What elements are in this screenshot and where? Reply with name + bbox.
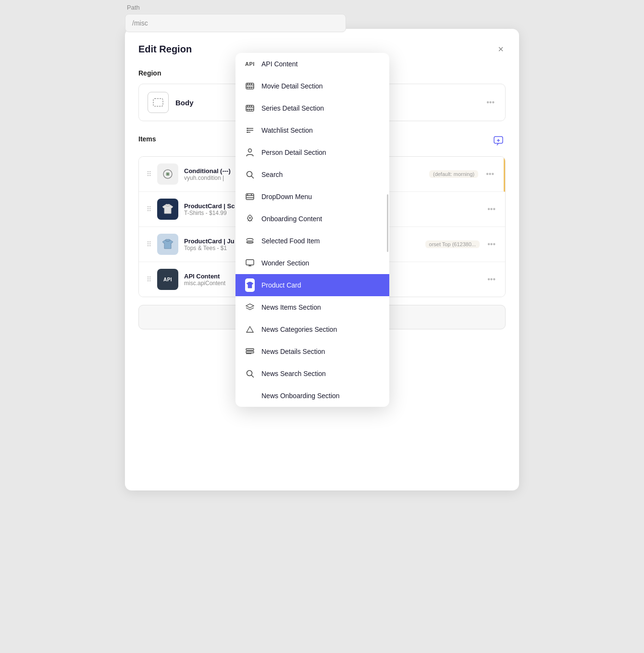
triangle-icon <box>245 325 255 334</box>
region-icon-box <box>148 92 169 113</box>
film2-icon <box>245 103 255 113</box>
svg-rect-25 <box>251 109 252 111</box>
svg-rect-23 <box>248 109 248 111</box>
svg-rect-14 <box>248 87 248 88</box>
dropdown-item-person-detail[interactable]: Person Detail Section <box>235 141 389 163</box>
rows-icon <box>245 347 255 356</box>
dropdown-item-onboarding[interactable]: Onboarding Content <box>235 208 389 230</box>
item-more-button[interactable]: ••• <box>485 204 497 214</box>
svg-rect-18 <box>246 107 254 108</box>
svg-point-30 <box>247 130 248 131</box>
svg-rect-15 <box>249 87 250 88</box>
dropdown-item-movie-detail[interactable]: Movie Detail Section <box>235 75 389 97</box>
svg-rect-16 <box>251 87 252 88</box>
svg-rect-39 <box>251 194 252 195</box>
svg-point-40 <box>249 217 251 219</box>
drag-handle[interactable]: ⠿ <box>147 240 151 248</box>
item-more-button[interactable]: ••• <box>485 274 497 285</box>
svg-rect-22 <box>251 105 252 107</box>
panel-title: Edit Region <box>138 44 192 55</box>
item-badge: orset Top (612380... <box>425 240 480 248</box>
dropdown-item-series-detail[interactable]: Series Detail Section <box>235 97 389 119</box>
close-button[interactable]: × <box>496 42 506 56</box>
svg-rect-35 <box>246 194 254 200</box>
drag-handle[interactable]: ⠿ <box>147 170 151 178</box>
dropdown-label: Watchlist Section <box>261 126 313 134</box>
svg-rect-12 <box>249 83 250 85</box>
dropdown-item-news-search[interactable]: News Search Section <box>235 363 389 385</box>
svg-rect-24 <box>249 109 250 111</box>
dropdown-label: News Search Section <box>261 370 326 377</box>
dropdown-label: Movie Detail Section <box>261 82 323 90</box>
svg-line-34 <box>251 176 254 178</box>
dropdown-item-product-card[interactable]: Product Card <box>235 274 389 296</box>
dropdown-label: News Items Section <box>261 303 321 311</box>
dropdown-item-news-categories[interactable]: News Categories Section <box>235 318 389 340</box>
dropdown-item-news-onboarding[interactable]: News Onboarding Section <box>235 385 389 407</box>
item-actions: ••• <box>485 204 497 214</box>
search2-icon <box>245 369 255 378</box>
burger-icon <box>245 236 255 246</box>
rocket-icon <box>245 214 255 224</box>
svg-rect-0 <box>153 99 163 106</box>
film-icon <box>245 81 255 91</box>
items-add-button[interactable] <box>491 135 506 150</box>
person-icon <box>245 148 255 157</box>
item-thumb-productcard1 <box>157 199 178 220</box>
svg-rect-38 <box>248 194 248 195</box>
items-label: Items <box>138 135 156 143</box>
dropdown-label: API Content <box>261 60 298 68</box>
dropdown-label: Series Detail Section <box>261 104 324 112</box>
dropdown-item-api-content[interactable]: API API Content <box>235 53 389 75</box>
news-onboarding-icon <box>245 391 255 401</box>
dropdown-item-wonder-section[interactable]: Wonder Section <box>235 252 389 274</box>
shirt-icon <box>245 280 255 290</box>
region-more-button[interactable]: ••• <box>484 97 496 108</box>
search-icon <box>245 170 255 179</box>
dropdown-label: News Onboarding Section <box>261 392 340 400</box>
item-actions: ••• <box>484 169 496 179</box>
dropdown-label: Selected Food Item <box>261 237 320 245</box>
svg-point-31 <box>247 132 248 133</box>
item-more-button[interactable]: ••• <box>484 169 496 179</box>
path-input[interactable] <box>125 14 346 32</box>
dropdown-menu: API API Content Movie Detail Section <box>235 53 389 407</box>
region-body-label: Body <box>175 99 194 107</box>
dropdown-label: Onboarding Content <box>261 215 322 223</box>
dropdown-item-watchlist[interactable]: Watchlist Section <box>235 119 389 141</box>
item-badge: (default: morning) <box>429 170 478 178</box>
svg-rect-21 <box>249 105 250 107</box>
dropdown-menu-icon <box>245 192 255 201</box>
dropdown-label: Person Detail Section <box>261 149 326 156</box>
dropdown-item-news-details[interactable]: News Details Section <box>235 340 389 363</box>
svg-marker-46 <box>247 326 253 332</box>
dropdown-label: News Categories Section <box>261 326 337 333</box>
drag-handle[interactable]: ⠿ <box>147 276 151 283</box>
path-label: Path <box>125 4 346 11</box>
svg-point-29 <box>247 128 248 129</box>
item-actions: ••• <box>485 274 497 285</box>
dropdown-item-selected-food[interactable]: Selected Food Item <box>235 230 389 252</box>
svg-rect-43 <box>246 260 254 265</box>
svg-rect-37 <box>246 198 254 199</box>
monitor-icon <box>245 258 255 268</box>
item-more-button[interactable]: ••• <box>485 239 497 250</box>
item-actions: ••• <box>485 239 497 250</box>
layers-icon <box>245 302 255 312</box>
dropdown-label: DropDown Menu <box>261 193 312 201</box>
svg-rect-11 <box>248 83 248 85</box>
dropdown-item-news-items[interactable]: News Items Section <box>235 296 389 318</box>
dropdown-label: Search <box>261 171 283 178</box>
svg-rect-9 <box>246 85 254 86</box>
svg-rect-20 <box>248 105 248 107</box>
dropdown-label: Product Card <box>261 281 301 289</box>
svg-rect-13 <box>251 83 252 85</box>
svg-rect-48 <box>246 352 254 353</box>
dropdown-item-search[interactable]: Search <box>235 163 389 186</box>
api-icon: API <box>245 59 255 69</box>
drag-handle[interactable]: ⠿ <box>147 205 151 213</box>
dropdown-label: News Details Section <box>261 348 325 355</box>
svg-rect-47 <box>246 349 254 351</box>
item-thumb-productcard2 <box>157 234 178 255</box>
dropdown-item-dropdown-menu[interactable]: DropDown Menu <box>235 186 389 208</box>
